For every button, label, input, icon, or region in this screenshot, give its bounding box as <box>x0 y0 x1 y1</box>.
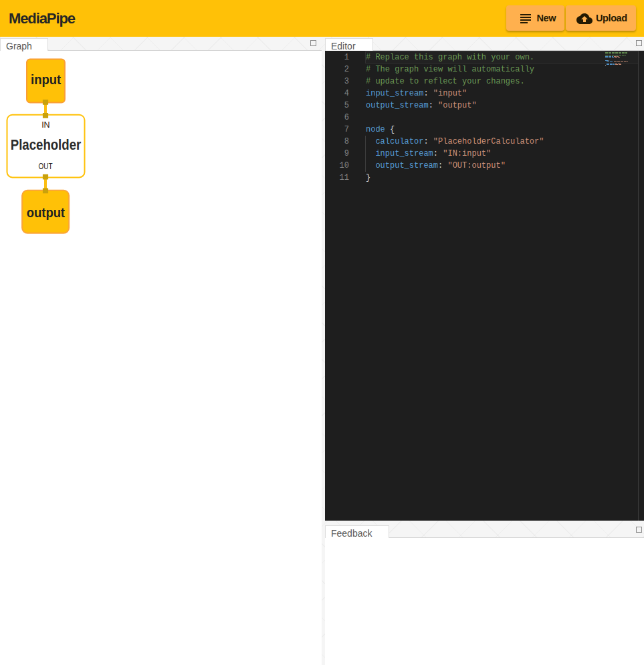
svg-text:input: input <box>31 72 61 87</box>
svg-text:Placeholder: Placeholder <box>11 136 82 153</box>
svg-text:IN: IN <box>41 120 50 130</box>
svg-text:output: output <box>27 205 66 220</box>
svg-text:OUT: OUT <box>39 161 53 171</box>
